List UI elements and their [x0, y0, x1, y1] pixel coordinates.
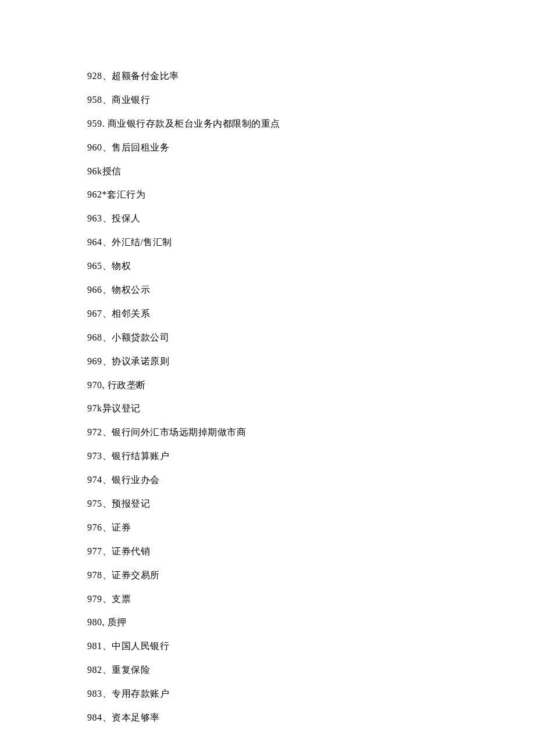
list-item: 970, 行政垄断 [87, 379, 535, 392]
list-item: 966、物权公示 [87, 284, 535, 296]
list-item: 972、银行间外汇市场远期掉期做市商 [87, 426, 535, 439]
list-item: 968、小额贷款公司 [87, 331, 535, 344]
list-item: 981、中国人民银行 [87, 640, 535, 653]
document-content: 928、超额备付金比率 958、商业银行 959. 商业银行存款及柜台业务内都限… [87, 70, 535, 724]
list-item: 974、银行业办会 [87, 474, 535, 486]
list-item: 975、预报登记 [87, 497, 535, 510]
list-item: 983、专用存款账户 [87, 687, 535, 700]
list-item: 958、商业银行 [87, 94, 535, 106]
list-item: 969、协议承诺原则 [87, 355, 535, 368]
list-item: 96k授信 [87, 165, 535, 178]
list-item: 928、超额备付金比率 [87, 70, 535, 83]
list-item: 963、投保人 [87, 212, 535, 225]
list-item: 982、重复保险 [87, 664, 535, 676]
list-item: 979、支票 [87, 593, 535, 605]
list-item: 959. 商业银行存款及柜台业务内都限制的重点 [87, 117, 535, 130]
list-item: 962*套汇行为 [87, 188, 535, 201]
list-item: 965、物权 [87, 260, 535, 273]
list-item: 976、证券 [87, 521, 535, 534]
list-item: 977、证券代销 [87, 545, 535, 558]
list-item: 978、证券交易所 [87, 569, 535, 582]
list-item: 960、售后回租业务 [87, 141, 535, 154]
list-item: 97k异议登记 [87, 402, 535, 415]
list-item: 980, 质押 [87, 616, 535, 629]
list-item: 984、资本足够率 [87, 711, 535, 724]
list-item: 964、外汇结/售汇制 [87, 236, 535, 249]
list-item: 967、相邻关系 [87, 307, 535, 320]
list-item: 973、银行结算账户 [87, 450, 535, 463]
